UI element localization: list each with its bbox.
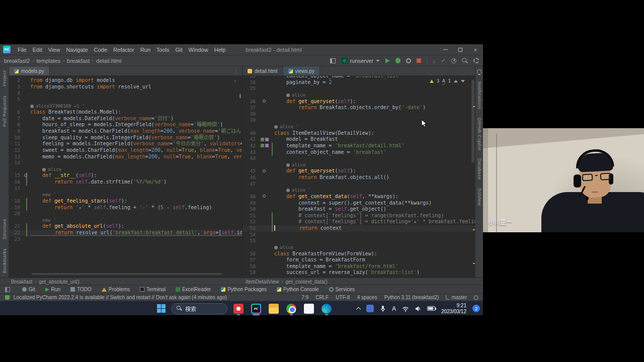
code-line[interactable]: 50 breakfast = self.get_object() (243, 206, 475, 213)
code-line[interactable]: 58 template_name = 'breakfast/form.html' (243, 263, 475, 270)
code-line[interactable]: 11 feeling = models.IntegerField(verbose… (9, 141, 242, 147)
code-line[interactable]: 59 success_url = reverse_lazy('breakfast… (243, 269, 475, 276)
taskbar-app-chrome[interactable] (285, 302, 297, 315)
prev-issue-icon[interactable] (454, 80, 458, 82)
menu-window[interactable]: Window (186, 46, 211, 54)
status-utf-8[interactable]: UTF-8 (336, 295, 350, 300)
code-line[interactable]: 12 sweet = models.CharField(max_length=2… (9, 147, 242, 154)
code-line[interactable]: 20 (9, 211, 242, 217)
tool-window-switcher-icon[interactable] (5, 287, 10, 292)
code-line[interactable]: 19 return '★' * self.feeling + '☆' * (5 … (9, 205, 242, 211)
vcs-commit-icon[interactable]: ✓ (441, 57, 446, 64)
code-line[interactable]: 37 return Breakfast.objects.order_by('-d… (243, 105, 475, 111)
tool-window-git[interactable]: Git (22, 287, 35, 292)
hidden-icons-chevron-icon[interactable] (356, 307, 361, 312)
status-extra-icon[interactable] (474, 296, 478, 300)
stop-button[interactable] (417, 58, 421, 63)
override-method-icon[interactable] (24, 174, 27, 177)
ime-indicator[interactable]: A (392, 305, 396, 312)
tab-options-kebab-icon[interactable]: ⋮ (230, 68, 242, 74)
status-master[interactable]: master (446, 295, 467, 300)
editor-views-py[interactable]: 33 context_object_name = 'breakfast_list… (243, 76, 475, 278)
vertical-scrollbar[interactable] (471, 80, 474, 163)
tool-window-button-sciview[interactable]: SciView (477, 188, 482, 206)
override-method-icon[interactable] (263, 100, 266, 103)
search-everywhere-icon[interactable] (462, 58, 468, 64)
code-line[interactable]: 14 (9, 160, 242, 166)
breadcrumb-item[interactable]: get_absolute_url() (39, 279, 79, 285)
menu-git[interactable]: Git (173, 46, 186, 54)
menu-run[interactable]: Run (137, 46, 153, 54)
tool-window-button-project[interactable]: Project (2, 70, 7, 86)
code-line[interactable]: 7 date = models.DateField(verbose_name='… (9, 116, 242, 122)
code-line[interactable]: 17 (9, 186, 242, 192)
code-line[interactable]: 18 def get_feeling_stars(self): (9, 198, 242, 205)
debug-button[interactable] (395, 58, 400, 63)
taskbar-app-file-explorer[interactable] (268, 302, 280, 315)
code-line[interactable]: 40class ItemDetailView(DetailView): (243, 130, 475, 137)
code-line[interactable]: 57 form_class = BreakfastForm (243, 257, 475, 263)
code-line[interactable]: 13 memo = models.CharField(max_length=20… (9, 154, 242, 160)
code-line[interactable]: 49 context = super().get_context_data(**… (243, 200, 475, 207)
next-issue-icon[interactable] (461, 80, 465, 82)
code-line[interactable]: 10 sleep_quality = models.IntegerField(v… (9, 135, 242, 141)
inspection-widget[interactable]: 3 A 1 (428, 78, 467, 84)
notifications-bell-icon[interactable] (477, 69, 481, 73)
code-line[interactable]: 23 (9, 236, 242, 243)
code-line[interactable]: 15 def __str__(self): (9, 172, 242, 179)
code-line[interactable]: 3from django.shortcuts import resolve_ur… (9, 84, 242, 90)
tab-views-py[interactable]: views.py (283, 66, 320, 75)
tool-window-todo[interactable]: TODO (70, 287, 92, 292)
code-line[interactable]: 51 # context['feelings'] = range(breakfa… (243, 213, 475, 219)
code-line[interactable]: 36 def get_queryset(self): (243, 99, 475, 105)
code-line[interactable]: 41 model = Breakfast (243, 136, 475, 143)
tool-window-button-bookmarks[interactable]: Bookmarks (2, 248, 7, 274)
code-line[interactable]: 46 return Breakfast.objects.all() (243, 174, 475, 181)
code-line[interactable]: 39 (243, 117, 475, 124)
start-button[interactable] (157, 304, 166, 313)
inspection-ok-icon[interactable]: ✓ (234, 78, 237, 83)
menu-edit[interactable]: Edit (30, 46, 45, 54)
code-line[interactable]: 38 (243, 111, 475, 118)
horizontal-scrollbar[interactable] (31, 273, 222, 275)
menu-refactor[interactable]: Refactor (110, 46, 137, 54)
taskbar-app-edge[interactable] (320, 302, 333, 315)
menu-file[interactable]: File (15, 46, 30, 54)
profiler-button[interactable] (406, 58, 411, 63)
code-line[interactable]: 42 template_name = 'breakfast/detail.htm… (243, 143, 475, 149)
breadcrumb-item[interactable]: detail.html (96, 58, 121, 64)
status-message[interactable]: Localized PyCharm 2022.2.4 is available … (14, 295, 227, 300)
tool-window-button-notifications[interactable]: Notifications (477, 81, 482, 110)
code-line[interactable]: 55 (243, 238, 475, 244)
microphone-icon[interactable] (380, 305, 386, 312)
tool-window-run[interactable]: Run (45, 287, 60, 292)
tool-window-button-database[interactable]: Database (477, 158, 482, 180)
breadcrumb-item[interactable]: get_context_data() (286, 279, 328, 285)
tool-window-services[interactable]: Services (329, 287, 355, 292)
code-line[interactable]: 35 (243, 85, 475, 92)
tool-window-terminal[interactable]: Terminal (140, 287, 166, 292)
notification-badge[interactable]: 2 (472, 305, 480, 312)
code-line[interactable]: 53 return context (243, 225, 475, 232)
tool-window-button-github-copilot[interactable]: GitHub Copilot (477, 118, 482, 151)
settings-gear-icon[interactable] (473, 58, 479, 63)
close-button[interactable]: × (468, 44, 483, 55)
teams-icon[interactable] (366, 305, 374, 312)
status-crlf[interactable]: CRLF (315, 295, 329, 300)
code-line[interactable]: 6class Breakfast(models.Model): (9, 109, 242, 116)
code-line[interactable]: 21 def get_absolute_url(self): (9, 223, 242, 230)
tool-window-excelreader[interactable]: ExcelReader (176, 287, 211, 292)
menu-help[interactable]: Help (211, 46, 229, 54)
override-method-icon[interactable] (263, 169, 266, 172)
code-line[interactable]: 16 return self.date.strftime('%Y/%m/%d') (9, 179, 242, 186)
vcs-update-icon[interactable]: ↓ (433, 58, 436, 64)
inlay-hint[interactable]: new ' (9, 217, 242, 224)
menu-code[interactable]: Code (91, 46, 110, 54)
taskbar-app-app-red[interactable] (232, 302, 245, 315)
history-icon[interactable] (451, 58, 456, 63)
code-line[interactable]: 5 (9, 97, 242, 103)
wifi-icon[interactable] (402, 306, 409, 312)
code-line[interactable]: 9 breakfast = models.CharField(max_lengt… (9, 128, 242, 135)
tab-models-py[interactable]: models.py (9, 66, 50, 75)
inlay-hint[interactable]: alice ' (243, 187, 475, 194)
